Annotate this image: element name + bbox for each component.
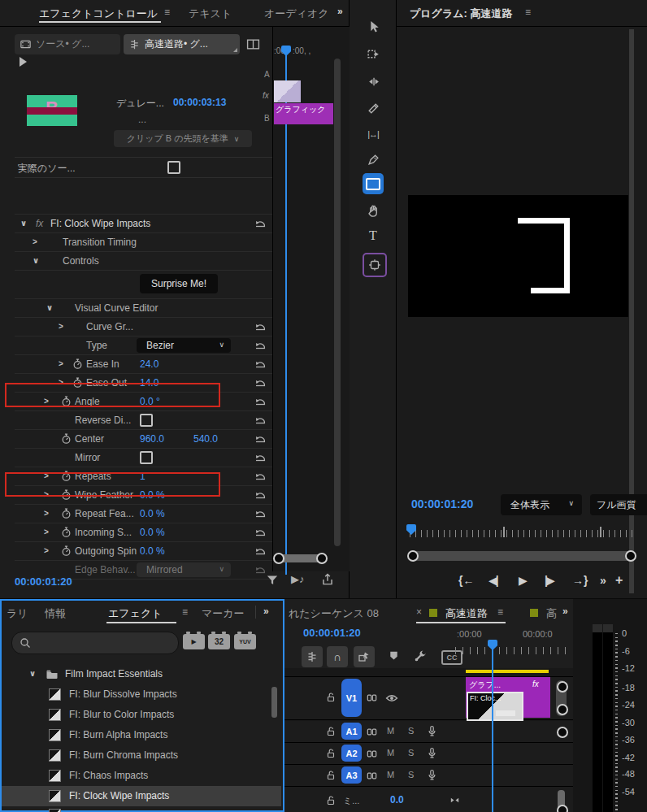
tab-info[interactable]: 情報: [45, 606, 66, 621]
effect-list-item-selected[interactable]: FI: Clock Wipe Impacts: [2, 786, 281, 806]
add-marker-icon[interactable]: [388, 649, 400, 662]
fit-icon[interactable]: [449, 794, 461, 806]
mute-button[interactable]: M: [387, 770, 394, 779]
lock-icon[interactable]: [325, 795, 337, 806]
timeline-playhead-line[interactable]: [492, 648, 493, 812]
chevron-down-icon[interactable]: ∨: [33, 256, 39, 265]
chevron-right-icon[interactable]: >: [44, 528, 49, 536]
nest-button[interactable]: [302, 646, 323, 667]
effect-list-item[interactable]: FI: Chaos Impacts: [0, 766, 284, 786]
razor-tool[interactable]: [363, 98, 383, 118]
slip-tool[interactable]: |↔|: [363, 124, 383, 144]
source-clip-button[interactable]: ソース• グ...: [15, 34, 120, 54]
reset-icon[interactable]: [254, 451, 267, 464]
effect-list-item[interactable]: FI: Blur to Color Impacts: [0, 705, 284, 725]
tab-sequence-clipped[interactable]: 高: [546, 606, 558, 621]
tab-effect-controls[interactable]: エフェクトコントロール: [39, 7, 158, 21]
tab-overflow-icon[interactable]: »: [337, 6, 343, 17]
chevron-right-icon[interactable]: >: [33, 237, 37, 246]
ec-timecode[interactable]: 00:00:01:20: [15, 575, 72, 588]
master-volume-value[interactable]: 0.0: [390, 794, 404, 805]
ec-playhead-line[interactable]: [285, 50, 287, 575]
fx-clip-thumbnail[interactable]: [274, 80, 301, 102]
export-icon[interactable]: [320, 572, 335, 587]
voiceover-mic-icon[interactable]: [426, 769, 438, 781]
step-forward-button[interactable]: |▶: [545, 574, 554, 587]
track-target-a1[interactable]: A1: [341, 723, 362, 740]
reset-icon[interactable]: [254, 358, 267, 371]
timeline-ruler-ticks[interactable]: [455, 647, 571, 654]
mute-button[interactable]: M: [387, 726, 394, 736]
stopwatch-icon[interactable]: [72, 358, 84, 370]
track-scroll-handle[interactable]: [557, 681, 568, 693]
close-tab-icon[interactable]: ×: [416, 606, 422, 618]
reset-icon[interactable]: [254, 470, 267, 483]
32bit-effects-badge[interactable]: 32: [208, 634, 230, 649]
effects-panel-menu-icon[interactable]: ≡: [182, 606, 188, 618]
program-zoom-scrollbar[interactable]: [410, 551, 634, 561]
track-scroll-handle[interactable]: [557, 704, 568, 715]
play-button[interactable]: ▶: [519, 574, 528, 587]
accelerated-effects-badge[interactable]: ▶: [183, 634, 205, 649]
timeline-settings-wrench-icon[interactable]: [414, 649, 428, 662]
tabs-overflow-icon[interactable]: »: [562, 606, 568, 617]
lock-icon[interactable]: [325, 726, 337, 737]
param-value[interactable]: 24.0: [140, 358, 158, 370]
panel-menu-icon[interactable]: ≡: [164, 7, 170, 18]
reset-icon[interactable]: [254, 376, 267, 389]
tab-text[interactable]: テキスト: [189, 7, 232, 21]
reverse-direction-checkbox[interactable]: [140, 414, 153, 427]
zoom-scrollbar-left-handle[interactable]: [407, 550, 419, 562]
tab-markers[interactable]: マーカー: [202, 606, 245, 621]
mute-button[interactable]: M: [387, 748, 394, 758]
track-select-forward-tool[interactable]: [363, 44, 383, 63]
timeline-timecode[interactable]: 00:00:01:20: [303, 627, 361, 639]
ripple-edit-tool[interactable]: [363, 72, 383, 91]
effects-folder-row[interactable]: ∨ Film Impact Essentials: [0, 664, 284, 684]
reset-icon[interactable]: [254, 414, 267, 427]
chevron-down-icon[interactable]: ∨: [29, 669, 36, 678]
meter-clip-indicator-left[interactable]: [593, 624, 602, 632]
param-value[interactable]: 0.0 %: [140, 545, 165, 557]
source-patch-icon[interactable]: [366, 770, 378, 782]
reset-icon[interactable]: [254, 395, 267, 408]
voiceover-mic-icon[interactable]: [426, 725, 438, 737]
reset-icon[interactable]: [254, 507, 267, 520]
reset-icon[interactable]: [254, 526, 267, 539]
effect-list-item[interactable]: FI: Burn Alpha Impacts: [0, 725, 284, 745]
tab-effects[interactable]: エフェクト: [108, 606, 163, 621]
panel-split-icon[interactable]: [246, 37, 260, 51]
go-to-out-button[interactable]: →}: [572, 574, 588, 587]
scrollbar-handle[interactable]: [557, 805, 568, 812]
graphic-clip[interactable]: グラフィック: [274, 103, 333, 124]
transform-tool[interactable]: [363, 253, 387, 277]
effect-list-item[interactable]: FI: Burn Chroma Impacts: [0, 745, 284, 766]
program-menu-icon[interactable]: ≡: [525, 7, 531, 18]
lock-icon[interactable]: [325, 692, 337, 703]
go-to-in-button[interactable]: {←: [458, 574, 474, 587]
reset-icon[interactable]: [254, 339, 267, 352]
source-patch-icon[interactable]: [366, 748, 378, 760]
program-timecode[interactable]: 00:00:01:20: [411, 497, 473, 510]
reset-icon[interactable]: [254, 217, 267, 230]
param-value[interactable]: 0.0 %: [140, 508, 165, 519]
step-back-button[interactable]: ◀|: [489, 574, 497, 587]
chevron-right-icon[interactable]: >: [59, 359, 63, 368]
snap-button[interactable]: ∩: [327, 646, 348, 667]
timeline-menu-icon[interactable]: ≡: [497, 606, 503, 618]
effect-list-item[interactable]: FI: Blur Dissolve Impacts: [0, 684, 284, 705]
track-target-a2[interactable]: A2: [341, 745, 362, 762]
transport-overflow-icon[interactable]: »: [600, 574, 606, 587]
param-value-x[interactable]: 960.0: [140, 433, 164, 445]
zoom-scrollbar-right-handle[interactable]: [625, 550, 636, 562]
source-patch-icon[interactable]: [366, 726, 378, 738]
program-video-viewport[interactable]: [408, 195, 628, 317]
effects-scrollbar[interactable]: [271, 687, 277, 718]
actual-source-checkbox[interactable]: [167, 161, 180, 174]
zoom-level-dropdown[interactable]: 全体表示 ∨: [501, 494, 582, 515]
voiceover-mic-icon[interactable]: [426, 747, 438, 759]
solo-button[interactable]: S: [408, 770, 414, 779]
duration-value[interactable]: 00:00:03:13: [173, 97, 226, 108]
tab-library-partial[interactable]: ラリ: [7, 606, 28, 621]
search-input[interactable]: [37, 634, 174, 652]
